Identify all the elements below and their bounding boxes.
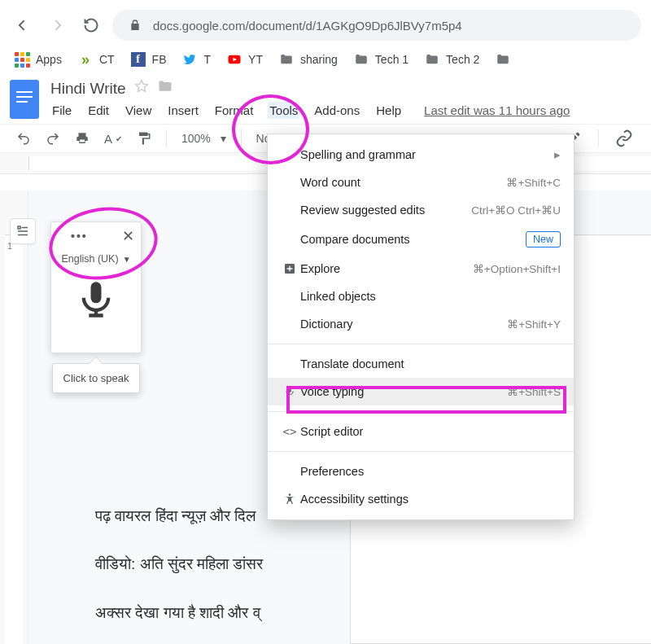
undo-button[interactable] <box>16 131 31 146</box>
bm-tech2[interactable]: Tech 2 <box>425 52 479 67</box>
bm-fb[interactable]: f FB <box>131 52 167 67</box>
app-root: { "browser":{ "url":"docs.google.com/doc… <box>0 0 651 644</box>
menu-help[interactable]: Help <box>374 102 403 119</box>
tools-preferences[interactable]: Preferences <box>268 458 574 485</box>
menu-edit[interactable]: Edit <box>86 102 111 119</box>
spellcheck-button[interactable]: A✔ <box>104 132 122 146</box>
twitter-icon <box>182 52 197 67</box>
apps-button[interactable]: Apps <box>15 52 62 67</box>
print-button[interactable] <box>75 131 90 146</box>
back-button[interactable] <box>10 12 36 38</box>
bm-yt[interactable]: YT <box>227 52 263 67</box>
youtube-icon <box>227 52 242 67</box>
menu-file[interactable]: File <box>50 102 73 119</box>
tools-voice-typing[interactable]: Voice typing⌘+Shift+S <box>268 378 574 405</box>
text-line: अक्सर देखा गया है शादी और व् <box>95 601 651 624</box>
more-icon[interactable]: ••• <box>58 230 88 243</box>
apps-icon <box>15 52 29 67</box>
voice-language-select[interactable]: English (UK) ▼ <box>51 253 141 265</box>
last-edit-link[interactable]: Last edit was 11 hours ago <box>424 103 570 117</box>
chevron-down-icon: ▼ <box>123 255 131 264</box>
menu-tools[interactable]: Tools <box>268 102 299 119</box>
tools-compare[interactable]: Compare documentsNew <box>268 224 574 255</box>
outline-toggle-button[interactable] <box>10 218 36 244</box>
redo-button[interactable] <box>46 131 60 146</box>
folder-icon <box>279 52 294 67</box>
close-icon[interactable]: ✕ <box>122 227 134 245</box>
tools-linked[interactable]: Linked objects <box>268 283 574 310</box>
bm-sharing[interactable]: sharing <box>279 52 338 67</box>
apps-label: Apps <box>36 53 62 66</box>
move-folder-icon[interactable] <box>157 78 173 99</box>
forward-button[interactable] <box>44 12 70 38</box>
microphone-icon[interactable] <box>75 278 117 321</box>
tools-spelling[interactable]: Spelling and grammar▸ <box>268 141 574 169</box>
tools-explore[interactable]: Explore⌘+Option+Shift+I <box>268 255 574 283</box>
accessibility-icon <box>279 493 300 506</box>
svg-rect-1 <box>18 226 20 229</box>
menu-addons[interactable]: Add-ons <box>312 102 361 119</box>
new-badge: New <box>526 231 561 248</box>
text-line: वीडियो: अति सुंदर महिला डांसर <box>95 552 651 576</box>
tools-dropdown: Spelling and grammar▸ Word count⌘+Shift+… <box>267 134 575 520</box>
bookmarks-bar: Apps » CT f FB T YT sharing Tech 1 Tech … <box>0 42 651 75</box>
star-icon[interactable] <box>134 79 149 98</box>
url-text: docs.google.com/document/d/1AGKgO9Dp6JlB… <box>153 19 462 33</box>
tools-script-editor[interactable]: <> Script editor <box>268 418 574 445</box>
tools-translate[interactable]: Translate document <box>268 350 574 378</box>
reload-button[interactable] <box>78 12 104 38</box>
address-bar[interactable]: docs.google.com/document/d/1AGKgO9Dp6JlB… <box>112 10 641 41</box>
microphone-icon <box>279 386 300 397</box>
paint-format-button[interactable] <box>137 131 151 146</box>
bm-more[interactable] <box>496 52 510 67</box>
tools-wordcount[interactable]: Word count⌘+Shift+C <box>268 169 574 196</box>
submenu-arrow-icon: ▸ <box>554 148 561 161</box>
voice-tooltip: Click to speak <box>52 363 140 393</box>
docs-header: Hindi Write File Edit View Insert Format… <box>0 75 651 119</box>
code-icon: <> <box>279 425 300 438</box>
folder-icon <box>496 52 510 67</box>
menu-insert[interactable]: Insert <box>166 102 200 119</box>
docs-logo-icon[interactable] <box>10 80 39 119</box>
folder-icon <box>425 52 439 67</box>
lock-icon <box>129 19 142 32</box>
voice-typing-panel[interactable]: ••• ✕ English (UK) ▼ <box>50 221 142 353</box>
tools-dictionary[interactable]: Dictionary⌘+Shift+Y <box>268 310 574 338</box>
doc-title[interactable]: Hindi Write <box>50 80 126 98</box>
tools-review[interactable]: Review suggested editsCtrl+⌘O Ctrl+⌘U <box>268 196 574 224</box>
menu-format[interactable]: Format <box>213 102 256 119</box>
folder-icon <box>354 52 369 67</box>
tools-accessibility[interactable]: Accessibility settings <box>268 485 574 513</box>
ct-icon: » <box>78 52 93 67</box>
vertical-ruler: 1 <box>0 191 28 644</box>
zoom-select[interactable]: 100% ▾ <box>181 132 226 145</box>
insert-link-button[interactable] <box>615 129 633 147</box>
bm-tech1[interactable]: Tech 1 <box>354 52 409 67</box>
svg-point-3 <box>289 493 291 496</box>
facebook-icon: f <box>131 52 146 67</box>
bm-t[interactable]: T <box>182 52 211 67</box>
bm-ct[interactable]: » CT <box>78 52 115 67</box>
menu-view[interactable]: View <box>124 102 153 119</box>
browser-toolbar: docs.google.com/document/d/1AGKgO9Dp6JlB… <box>0 0 651 42</box>
menu-bar: File Edit View Insert Format Tools Add-o… <box>50 102 570 119</box>
explore-icon <box>279 262 300 275</box>
